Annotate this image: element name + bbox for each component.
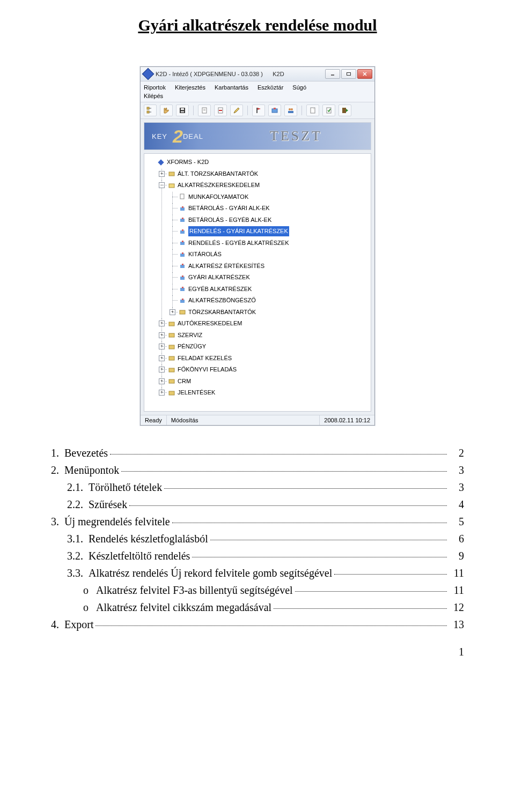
tree-item-selected[interactable]: RENDELÉS - GYÁRI ALKATRÉSZEK	[168, 226, 369, 238]
page-number: 1	[51, 646, 464, 658]
svg-rect-5	[147, 111, 149, 113]
close-button[interactable]	[357, 69, 372, 79]
svg-rect-49	[169, 333, 174, 337]
window-title: K2D - Intéző ( XDPGENMENU - 03.038 ) K2D	[156, 71, 325, 77]
tree-item[interactable]: −ALKATRÉSZKERESKEDELEM MUNKAFOLYAMATOK B…	[157, 180, 369, 318]
tree-item[interactable]: MUNKAFOLYAMATOK	[168, 192, 369, 204]
toolbar-save-icon[interactable]	[176, 105, 189, 116]
module-icon	[179, 251, 186, 258]
svg-rect-40	[182, 264, 183, 265]
tree-item[interactable]: +TÖRZSKARBANTARTÓK	[168, 307, 369, 319]
module-icon	[179, 239, 186, 247]
folder-open-icon	[168, 182, 175, 189]
app-window: K2D - Intéző ( XDPGENMENU - 03.038 ) K2D…	[140, 66, 375, 426]
svg-point-19	[289, 108, 291, 110]
minimize-button[interactable]	[325, 69, 340, 79]
toolbar-edit-icon[interactable]	[230, 105, 243, 116]
tree-item[interactable]: RENDELÉS - EGYÉB ALKATRÉSZEK	[168, 238, 369, 250]
brand-2: 2	[173, 127, 183, 145]
svg-rect-54	[169, 391, 174, 395]
toolbar-flag-icon[interactable]	[252, 105, 265, 116]
folder-icon	[168, 366, 175, 374]
svg-rect-38	[182, 252, 183, 254]
svg-rect-34	[182, 229, 183, 231]
svg-rect-32	[182, 218, 183, 219]
svg-rect-27	[169, 184, 174, 188]
svg-rect-47	[180, 310, 185, 314]
tree-item[interactable]: BETÁROLÁS - GYÁRI ALK-EK	[168, 203, 369, 215]
tree-root[interactable]: XFORMS - K2D +ÁLT. TÖRZSKARBANTARTÓK −AL…	[146, 157, 369, 399]
toc-entry: oAlkatrész felvitel F3-as billentyű segí…	[51, 582, 464, 599]
menu-eszkoztar[interactable]: Eszköztár	[258, 83, 283, 92]
toc-entry: 1. Bevezetés2	[51, 445, 464, 461]
tree-item[interactable]: +FELADAT KEZELÉS	[157, 353, 369, 365]
toolbar-remove-icon[interactable]	[214, 105, 227, 116]
tree-item[interactable]: ALKATRÉSZBÖNGÉSZŐ	[168, 295, 369, 307]
toolbar-users-icon[interactable]	[284, 105, 297, 116]
status-ready: Ready	[141, 415, 167, 425]
svg-rect-24	[342, 108, 346, 113]
svg-point-20	[291, 108, 293, 110]
brand-key: KEY	[152, 132, 167, 140]
toolbar-hand-icon[interactable]	[160, 105, 173, 116]
toolbar-note-icon[interactable]	[306, 105, 319, 116]
toolbar-tree-icon[interactable]	[144, 105, 157, 116]
menu-sugo[interactable]: Súgó	[292, 83, 306, 92]
toolbar-new-icon[interactable]	[198, 105, 211, 116]
tree-item[interactable]: BETÁROLÁS - EGYÉB ALK-EK	[168, 215, 369, 227]
svg-rect-48	[169, 322, 174, 326]
table-of-contents: 1. Bevezetés2 2. Menüpontok3 2.1. Törölh…	[51, 445, 464, 633]
svg-rect-23	[327, 108, 331, 113]
tree-item[interactable]: KITÁROLÁS	[168, 249, 369, 261]
svg-rect-46	[182, 299, 183, 300]
tree-item[interactable]: EGYÉB ALKATRÉSZEK	[168, 284, 369, 296]
menu-kiterjesztes[interactable]: Kiterjesztés	[175, 83, 205, 92]
svg-rect-25	[158, 159, 164, 165]
svg-rect-21	[288, 111, 293, 113]
svg-rect-52	[169, 368, 174, 372]
menu-karbantartas[interactable]: Karbantartás	[215, 83, 248, 92]
svg-rect-10	[181, 111, 184, 113]
tree-view[interactable]: XFORMS - K2D +ÁLT. TÖRZSKARBANTARTÓK −AL…	[144, 153, 371, 412]
svg-rect-9	[181, 108, 184, 110]
svg-rect-36	[182, 241, 183, 242]
toolbar-apply-icon[interactable]	[322, 105, 335, 116]
menu-riportok[interactable]: Riportok	[144, 83, 166, 92]
tree-item[interactable]: +FŐKÖNYVI FELADÁS	[157, 364, 369, 376]
svg-rect-42	[182, 275, 183, 277]
tree-item[interactable]: GYÁRI ALKATRÉSZEK	[168, 272, 369, 284]
tree-item[interactable]: +CRM	[157, 376, 369, 388]
tree-item[interactable]: +SZERVIZ	[157, 330, 369, 342]
page-icon	[179, 193, 186, 200]
module-icon	[179, 262, 186, 270]
maximize-button[interactable]	[341, 69, 356, 79]
module-icon	[179, 228, 186, 235]
tree-item[interactable]: ALKATRÉSZ ÉRTÉKESÍTÉS	[168, 261, 369, 273]
menu-kilepes[interactable]: Kilépés	[144, 92, 163, 100]
svg-rect-16	[256, 108, 258, 113]
toolbar-exit-icon[interactable]	[339, 105, 351, 116]
folder-icon	[168, 377, 175, 385]
svg-rect-22	[311, 108, 315, 113]
toc-entry: 4. Export13	[51, 616, 464, 633]
status-mode: Módosítás	[167, 415, 320, 425]
diamond-icon	[157, 159, 165, 166]
folder-icon	[168, 389, 175, 397]
tree-item[interactable]: +PÉNZÜGY	[157, 341, 369, 353]
tree-item[interactable]: +ÁLT. TÖRZSKARBANTARTÓK	[157, 169, 369, 181]
svg-rect-44	[182, 287, 183, 288]
document-title: Gyári alkatrészek rendelése modul	[51, 16, 464, 34]
status-timestamp: 2008.02.11 10:12	[320, 415, 374, 425]
tree-item[interactable]: +AUTÓKERESKEDELEM	[157, 318, 369, 330]
svg-rect-51	[169, 356, 174, 360]
brand-deal: DEAL	[183, 132, 203, 140]
module-icon	[179, 297, 186, 304]
toolbar-module-icon[interactable]	[268, 105, 281, 116]
folder-icon	[179, 308, 186, 316]
folder-icon	[168, 170, 175, 177]
toolbar	[141, 102, 374, 119]
statusbar: Ready Módosítás 2008.02.11 10:12	[141, 415, 374, 425]
svg-rect-53	[169, 379, 174, 383]
tree-item[interactable]: +JELENTÉSEK	[157, 388, 369, 399]
svg-rect-50	[169, 345, 174, 349]
